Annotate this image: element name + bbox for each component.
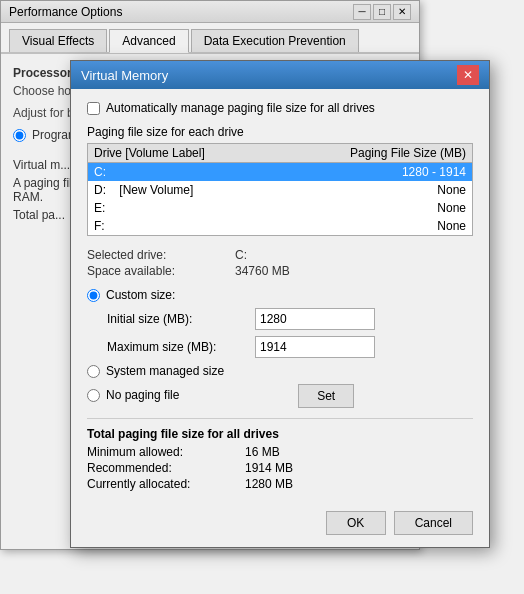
- vm-body: Automatically manage paging file size fo…: [71, 89, 489, 503]
- header-paging: Paging File Size (MB): [280, 146, 466, 160]
- drive-info: Selected drive: C: Space available: 3476…: [87, 248, 473, 278]
- vm-title-bar: Virtual Memory ✕: [71, 61, 489, 89]
- paging-section-label: Paging file size for each drive: [87, 125, 473, 139]
- custom-size-radio-row: Custom size:: [87, 288, 473, 302]
- no-paging-label: No paging file: [106, 388, 179, 402]
- table-header: Drive [Volume Label] Paging File Size (M…: [88, 144, 472, 163]
- total-section: Total paging file size for all drives Mi…: [87, 418, 473, 491]
- table-row[interactable]: E: None: [88, 199, 472, 217]
- radio-programs-input[interactable]: [13, 129, 26, 142]
- perf-tabs: Visual Effects Advanced Data Execution P…: [1, 23, 419, 54]
- custom-size-radio[interactable]: [87, 289, 100, 302]
- max-size-input[interactable]: [255, 336, 375, 358]
- minimize-button[interactable]: ─: [353, 4, 371, 20]
- tab-visual-effects[interactable]: Visual Effects: [9, 29, 107, 52]
- dialog-buttons: OK Cancel: [71, 503, 489, 547]
- space-available-label: Space available:: [87, 264, 227, 278]
- min-allowed-value: 16 MB: [245, 445, 473, 459]
- drive-e: E:: [94, 201, 280, 215]
- set-button[interactable]: Set: [298, 384, 354, 408]
- drive-table: Drive [Volume Label] Paging File Size (M…: [87, 143, 473, 236]
- selected-drive-value: C:: [235, 248, 473, 262]
- header-drive: Drive [Volume Label]: [94, 146, 280, 160]
- no-paging-set-row: No paging file Set: [87, 382, 473, 408]
- currently-allocated-value: 1280 MB: [245, 477, 473, 491]
- no-paging-row: No paging file: [87, 388, 179, 402]
- ok-button[interactable]: OK: [326, 511, 386, 535]
- tab-advanced[interactable]: Advanced: [109, 29, 188, 53]
- recommended-label: Recommended:: [87, 461, 237, 475]
- currently-allocated-label: Currently allocated:: [87, 477, 237, 491]
- auto-manage-checkbox[interactable]: [87, 102, 100, 115]
- table-row[interactable]: D: [New Volume] None: [88, 181, 472, 199]
- total-title: Total paging file size for all drives: [87, 427, 473, 441]
- custom-size-section: Custom size: Initial size (MB): Maximum …: [87, 288, 473, 358]
- no-paging-radio[interactable]: [87, 389, 100, 402]
- system-managed-label: System managed size: [106, 364, 224, 378]
- paging-f: None: [280, 219, 466, 233]
- table-row[interactable]: C: 1280 - 1914: [88, 163, 472, 181]
- drive-f: F:: [94, 219, 280, 233]
- cancel-button[interactable]: Cancel: [394, 511, 473, 535]
- vm-title-text: Virtual Memory: [81, 68, 168, 83]
- system-managed-radio[interactable]: [87, 365, 100, 378]
- perf-title-text: Performance Options: [9, 5, 122, 19]
- recommended-value: 1914 MB: [245, 461, 473, 475]
- custom-size-label: Custom size:: [106, 288, 175, 302]
- title-bar-controls: ─ □ ✕: [353, 4, 411, 20]
- maximize-button[interactable]: □: [373, 4, 391, 20]
- paging-e: None: [280, 201, 466, 215]
- max-size-label: Maximum size (MB):: [107, 340, 247, 354]
- virtual-memory-dialog: Virtual Memory ✕ Automatically manage pa…: [70, 60, 490, 548]
- tab-data-execution[interactable]: Data Execution Prevention: [191, 29, 359, 52]
- drive-d: D: [New Volume]: [94, 183, 280, 197]
- vm-close-button[interactable]: ✕: [457, 65, 479, 85]
- perf-title-bar: Performance Options ─ □ ✕: [1, 1, 419, 23]
- close-button[interactable]: ✕: [393, 4, 411, 20]
- selected-drive-label: Selected drive:: [87, 248, 227, 262]
- paging-d: None: [280, 183, 466, 197]
- auto-manage-row: Automatically manage paging file size fo…: [87, 101, 473, 115]
- total-grid: Minimum allowed: 16 MB Recommended: 1914…: [87, 445, 473, 491]
- system-managed-row: System managed size: [87, 364, 473, 378]
- size-grid: Initial size (MB): Maximum size (MB):: [107, 308, 473, 358]
- paging-c: 1280 - 1914: [280, 165, 466, 179]
- initial-size-label: Initial size (MB):: [107, 312, 247, 326]
- drive-c: C:: [94, 165, 280, 179]
- auto-manage-label: Automatically manage paging file size fo…: [106, 101, 375, 115]
- table-row[interactable]: F: None: [88, 217, 472, 235]
- min-allowed-label: Minimum allowed:: [87, 445, 237, 459]
- space-available-value: 34760 MB: [235, 264, 473, 278]
- initial-size-input[interactable]: [255, 308, 375, 330]
